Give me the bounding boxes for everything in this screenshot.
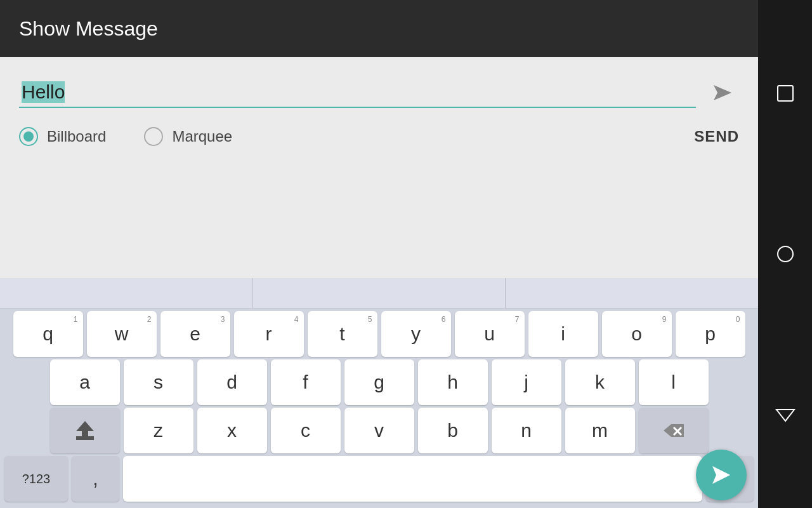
key-a[interactable]: a — [50, 359, 120, 405]
billboard-radio[interactable]: Billboard — [19, 127, 106, 146]
key-l[interactable]: l — [639, 359, 709, 405]
svg-point-5 — [778, 246, 793, 262]
bottom-row-keys: ?123 , . — [3, 456, 756, 502]
input-row — [19, 76, 739, 109]
key-d[interactable]: d — [197, 359, 267, 405]
svg-marker-6 — [776, 410, 794, 421]
key-n[interactable]: n — [492, 408, 561, 453]
key-row-3: z x c v b n m — [1, 408, 757, 453]
key-q[interactable]: 1q — [13, 311, 83, 357]
billboard-radio-outer — [19, 127, 38, 146]
suggestion-1[interactable] — [0, 278, 253, 308]
page-title: Show Message — [19, 17, 158, 41]
key-row-2: a s d f g h j k l — [1, 359, 757, 405]
key-g[interactable]: g — [344, 359, 414, 405]
key-t[interactable]: 5t — [308, 311, 377, 357]
go-button[interactable] — [696, 450, 747, 500]
bottom-row: ?123 , . — [1, 456, 757, 507]
content-area: Billboard Marquee SEND — [0, 57, 758, 278]
key-w[interactable]: 2w — [87, 311, 157, 357]
symbols-key[interactable]: ?123 — [4, 456, 68, 502]
key-v[interactable]: v — [344, 408, 414, 453]
triangle-nav-button[interactable] — [769, 399, 801, 431]
key-m[interactable]: m — [565, 408, 635, 453]
comma-key[interactable]: , — [72, 456, 119, 502]
square-nav-button[interactable] — [769, 77, 801, 109]
marquee-radio-outer — [144, 127, 163, 146]
marquee-label: Marquee — [172, 128, 232, 145]
key-o[interactable]: 9o — [602, 311, 672, 357]
shift-icon — [76, 421, 94, 440]
svg-marker-3 — [712, 466, 730, 484]
key-e[interactable]: 3e — [160, 311, 230, 357]
key-x[interactable]: x — [197, 408, 267, 453]
backspace-key[interactable] — [639, 408, 709, 453]
svg-marker-0 — [714, 85, 731, 100]
space-key[interactable] — [123, 456, 702, 502]
key-s[interactable]: s — [124, 359, 193, 405]
circle-nav-button[interactable] — [769, 238, 801, 270]
navigation-bar — [758, 0, 812, 508]
key-y[interactable]: 6y — [381, 311, 451, 357]
marquee-radio[interactable]: Marquee — [144, 127, 232, 146]
suggestion-3[interactable] — [506, 278, 758, 308]
billboard-radio-inner — [23, 131, 34, 142]
key-k[interactable]: k — [565, 359, 635, 405]
message-input[interactable] — [19, 77, 696, 108]
key-p[interactable]: 0p — [676, 311, 745, 357]
shift-key[interactable] — [50, 408, 120, 453]
radio-row: Billboard Marquee SEND — [19, 127, 739, 146]
send-arrow-button[interactable] — [706, 76, 739, 109]
key-i[interactable]: i — [528, 311, 598, 357]
key-r[interactable]: 4r — [234, 311, 304, 357]
key-u[interactable]: 7u — [455, 311, 525, 357]
svg-rect-4 — [778, 86, 793, 101]
top-bar: Show Message — [0, 0, 758, 57]
keyboard-keys: 1q 2w 3e 4r 5t 6y 7u i 9o 0p a s d f g h… — [0, 309, 758, 508]
backspace-icon — [662, 422, 685, 439]
suggestion-bar — [0, 278, 758, 309]
key-j[interactable]: j — [492, 359, 561, 405]
key-h[interactable]: h — [418, 359, 488, 405]
key-row-1: 1q 2w 3e 4r 5t 6y 7u i 9o 0p — [1, 311, 757, 357]
send-button[interactable]: SEND — [694, 128, 739, 145]
key-f[interactable]: f — [271, 359, 341, 405]
billboard-label: Billboard — [47, 128, 106, 145]
key-c[interactable]: c — [271, 408, 341, 453]
keyboard-area: 1q 2w 3e 4r 5t 6y 7u i 9o 0p a s d f g h… — [0, 278, 758, 508]
key-z[interactable]: z — [124, 408, 193, 453]
key-b[interactable]: b — [418, 408, 488, 453]
suggestion-2[interactable] — [253, 278, 506, 308]
